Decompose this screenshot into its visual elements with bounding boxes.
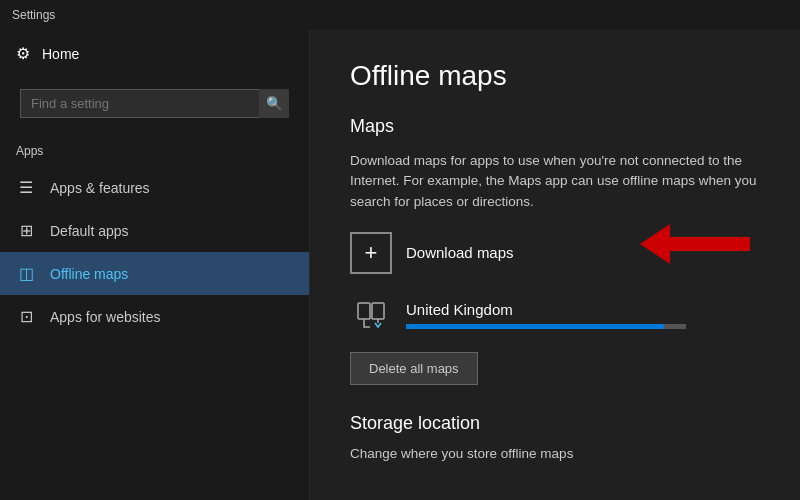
sidebar-section-label: Apps	[0, 138, 309, 166]
delete-all-maps-label: Delete all maps	[369, 361, 459, 376]
arrow-annotation	[640, 224, 750, 264]
search-input[interactable]	[20, 89, 289, 118]
home-icon: ⚙	[16, 44, 30, 63]
sidebar-item-default-apps[interactable]: ⊞ Default apps	[0, 209, 309, 252]
default-apps-icon: ⊞	[16, 221, 36, 240]
delete-all-maps-button[interactable]: Delete all maps	[350, 352, 478, 385]
title-bar-label: Settings	[12, 8, 55, 22]
sidebar-item-default-apps-label: Default apps	[50, 223, 129, 239]
download-maps-button[interactable]: +	[350, 232, 392, 274]
svg-rect-0	[358, 303, 370, 319]
sidebar-item-apps-websites-label: Apps for websites	[50, 309, 161, 325]
map-download-icon	[350, 294, 392, 336]
title-bar: Settings	[0, 0, 800, 30]
map-item: United Kingdom	[350, 294, 760, 336]
storage-section-title: Storage location	[350, 413, 760, 434]
sidebar-item-apps-features-label: Apps & features	[50, 180, 150, 196]
sidebar-home-label: Home	[42, 46, 79, 62]
search-wrapper: 🔍	[20, 89, 289, 118]
sidebar: ⚙ Home 🔍 Apps ☰ Apps & features ⊞ Defaul…	[0, 30, 310, 500]
main-layout: ⚙ Home 🔍 Apps ☰ Apps & features ⊞ Defaul…	[0, 30, 800, 500]
apps-websites-icon: ⊡	[16, 307, 36, 326]
page-title: Offline maps	[350, 60, 760, 92]
map-name: United Kingdom	[406, 301, 686, 318]
arrow-body	[670, 237, 750, 251]
apps-features-icon: ☰	[16, 178, 36, 197]
maps-description: Download maps for apps to use when you'r…	[350, 151, 760, 212]
sidebar-item-apps-features[interactable]: ☰ Apps & features	[0, 166, 309, 209]
sidebar-item-apps-websites[interactable]: ⊡ Apps for websites	[0, 295, 309, 338]
sidebar-home-button[interactable]: ⚙ Home	[0, 30, 309, 77]
storage-description: Change where you store offline maps	[350, 444, 760, 464]
maps-section-title: Maps	[350, 116, 760, 137]
progress-bar-background	[406, 324, 686, 329]
search-icon: 🔍	[266, 96, 283, 111]
search-button[interactable]: 🔍	[259, 89, 289, 118]
arrow-head	[640, 224, 670, 264]
offline-maps-icon: ◫	[16, 264, 36, 283]
map-svg-icon	[356, 300, 386, 330]
sidebar-item-offline-maps[interactable]: ◫ Offline maps	[0, 252, 309, 295]
content-area: Offline maps Maps Download maps for apps…	[310, 30, 800, 500]
search-container: 🔍	[8, 81, 301, 126]
svg-rect-1	[372, 303, 384, 319]
plus-icon: +	[365, 240, 378, 266]
sidebar-item-offline-maps-label: Offline maps	[50, 266, 128, 282]
map-info: United Kingdom	[406, 301, 686, 329]
progress-bar-fill	[406, 324, 664, 329]
download-maps-row: + Download maps	[350, 232, 760, 274]
download-maps-label: Download maps	[406, 244, 514, 261]
